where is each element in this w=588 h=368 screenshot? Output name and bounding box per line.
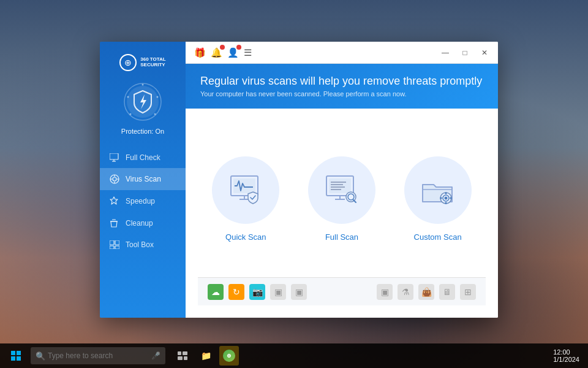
quick-scan-circle: [212, 156, 279, 224]
notification-icon[interactable]: 🔔: [211, 47, 222, 58]
menu-icon[interactable]: ☰: [244, 47, 252, 58]
sidebar-item-virus-scan-label: Virus Scan: [126, 175, 161, 183]
svg-rect-50: [184, 356, 187, 360]
svg-rect-20: [115, 246, 119, 249]
svg-point-6: [127, 96, 129, 98]
extra-icon-1[interactable]: ▣: [270, 284, 286, 300]
svg-point-4: [154, 113, 156, 115]
svg-rect-40: [445, 202, 447, 204]
quick-scan-option[interactable]: Quick Scan: [212, 156, 279, 242]
sidebar-nav: Full Check Virus Scan Speedup Cleanup: [100, 147, 186, 255]
custom-scan-option[interactable]: Custom Scan: [404, 156, 472, 242]
app-window: ⊕ 360 TOTALSECURITY: [100, 42, 498, 318]
minimize-button[interactable]: —: [437, 44, 454, 61]
sidebar-item-toolbox-label: Tool Box: [126, 240, 154, 249]
refresh-icon[interactable]: ↻: [228, 284, 244, 300]
close-button[interactable]: ✕: [476, 44, 493, 61]
task-view-icon[interactable]: [173, 346, 192, 366]
svg-rect-18: [115, 240, 119, 245]
svg-rect-47: [178, 351, 181, 355]
sidebar-item-full-check-label: Full Check: [126, 153, 160, 162]
bag-icon[interactable]: 👜: [418, 284, 434, 300]
svg-point-5: [130, 113, 132, 115]
sidebar-item-virus-scan[interactable]: Virus Scan: [100, 168, 186, 190]
svg-line-35: [353, 200, 356, 202]
svg-rect-19: [110, 246, 114, 249]
scan-banner: Regular virus scans will help you remove…: [186, 64, 498, 109]
app-logo: ⊕ 360 TOTALSECURITY: [119, 54, 166, 71]
svg-rect-39: [445, 192, 447, 194]
bottom-left-icons: ☁ ↻ 📷 ▣ ▣: [208, 284, 307, 300]
quick-scan-label: Quick Scan: [225, 232, 266, 242]
svg-rect-44: [17, 351, 21, 355]
titlebar: 🎁 🔔 👤 ☰ — □ ✕: [186, 42, 498, 64]
svg-rect-48: [183, 351, 187, 355]
file-explorer-icon[interactable]: 📁: [196, 346, 216, 366]
logo-icon: ⊕: [119, 54, 137, 71]
lab-icon[interactable]: ⚗: [398, 284, 413, 300]
svg-rect-41: [440, 197, 442, 199]
taskbar-time: 12:00 1/1/2024: [549, 348, 583, 363]
svg-rect-26: [329, 178, 351, 193]
svg-rect-45: [11, 356, 15, 361]
banner-title: Regular virus scans will help you remove…: [200, 75, 483, 88]
notification-badge: [220, 45, 225, 50]
svg-rect-17: [110, 240, 114, 245]
window-icon[interactable]: ▣: [377, 284, 393, 300]
scan-options: Quick Scan: [198, 121, 486, 277]
sidebar-item-full-check[interactable]: Full Check: [100, 147, 186, 168]
titlebar-action-icons: 🎁 🔔 👤 ☰: [190, 47, 252, 58]
svg-point-38: [445, 196, 448, 199]
extra-icon-2[interactable]: ▣: [291, 284, 307, 300]
custom-scan-circle: [404, 156, 472, 224]
sidebar-item-cleanup-label: Cleanup: [126, 219, 153, 228]
svg-rect-49: [178, 356, 183, 360]
banner-subtitle: Your computer has never been scanned. Pl…: [200, 90, 483, 98]
sidebar-item-toolbox[interactable]: Tool Box: [100, 234, 186, 255]
svg-point-2: [142, 84, 144, 86]
app-360-icon[interactable]: ⊕: [219, 346, 239, 366]
user-badge: [236, 45, 241, 50]
svg-rect-42: [450, 197, 452, 199]
taskbar: 🔍 🎤 📁 ⊕ 12:00 1/1/2024: [0, 343, 588, 368]
grid-icon[interactable]: ⊞: [460, 284, 476, 300]
full-scan-option[interactable]: Full Scan: [308, 156, 375, 242]
gift-icon[interactable]: 🎁: [194, 47, 206, 58]
date-display: 1/1/2024: [553, 356, 579, 363]
shield-icon: [123, 82, 162, 121]
svg-rect-7: [110, 153, 118, 159]
sidebar-item-speedup[interactable]: Speedup: [100, 190, 186, 212]
start-button[interactable]: [5, 345, 27, 367]
user-icon[interactable]: 👤: [227, 47, 239, 58]
logo-text: 360 TOTALSECURITY: [140, 57, 166, 68]
camera-icon[interactable]: 📷: [249, 284, 265, 300]
bottom-right-icons: ▣ ⚗ 👜 🖥 ⊞: [377, 284, 476, 300]
cleanup-icon: [110, 218, 119, 228]
mic-icon[interactable]: 🎤: [151, 351, 160, 360]
protection-status: Protection: On: [121, 128, 164, 135]
search-input[interactable]: [31, 347, 165, 364]
toolbox-icon: [110, 240, 119, 249]
sidebar: ⊕ 360 TOTALSECURITY: [100, 42, 186, 318]
cloud-icon[interactable]: ☁: [208, 284, 224, 300]
main-content: 🎁 🔔 👤 ☰ — □ ✕ Regular virus scans will h…: [186, 42, 498, 318]
search-wrap: 🔍 🎤: [31, 347, 165, 364]
bottom-toolbar: ☁ ↻ 📷 ▣ ▣ ▣ ⚗ 👜 🖥 ⊞: [198, 277, 486, 305]
maximize-button[interactable]: □: [456, 44, 473, 61]
time-display: 12:00: [553, 348, 579, 356]
svg-rect-46: [17, 356, 21, 361]
taskbar-app-icons: 📁 ⊕: [173, 346, 239, 366]
full-scan-label: Full Scan: [325, 232, 358, 242]
custom-scan-label: Custom Scan: [414, 232, 462, 242]
svg-point-3: [157, 96, 159, 98]
svg-rect-43: [11, 351, 15, 355]
svg-point-11: [113, 177, 116, 181]
scan-area: Quick Scan: [186, 109, 498, 318]
sidebar-item-speedup-label: Speedup: [126, 197, 155, 205]
full-check-icon: [110, 153, 119, 162]
virus-scan-icon: [110, 174, 119, 184]
screen-icon[interactable]: 🖥: [439, 284, 455, 300]
speedup-icon: [110, 196, 119, 206]
full-scan-circle: [308, 156, 375, 224]
sidebar-item-cleanup[interactable]: Cleanup: [100, 212, 186, 234]
